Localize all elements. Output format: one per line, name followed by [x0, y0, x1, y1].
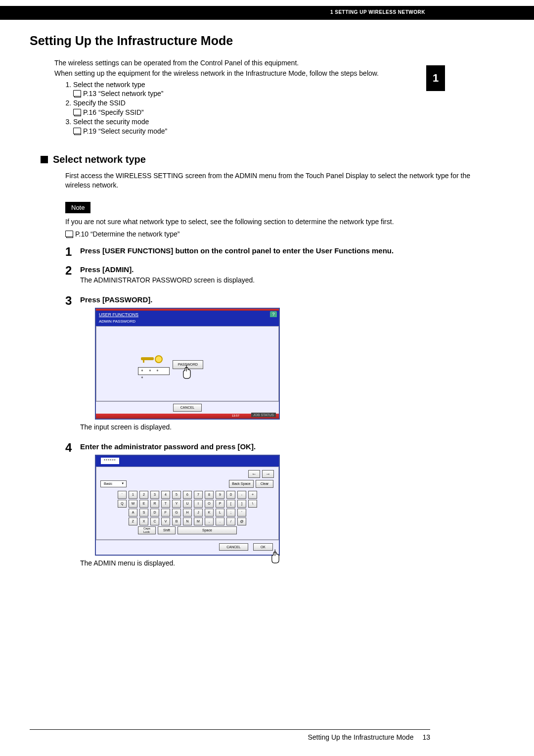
- page-number: 13: [422, 733, 430, 742]
- keyboard-key[interactable]: [: [226, 500, 235, 508]
- keyboard-key[interactable]: 5: [172, 491, 181, 499]
- keyboard-key[interactable]: 9: [216, 491, 224, 499]
- keyboard-key[interactable]: T: [161, 500, 170, 508]
- page-footer: Setting Up the Infrastructure Mode 13: [30, 729, 430, 742]
- figure-password-panel: USER FUNCTIONS? ADMIN PASSWORD ＊ ＊ ＊ ＊ P…: [95, 308, 490, 419]
- tap-cursor-icon: [269, 549, 282, 565]
- figure-keyboard-panel: ****** ← → Basic Back Space: [95, 455, 490, 556]
- step-title: Enter the administrator password and pre…: [80, 442, 490, 452]
- help-icon[interactable]: ?: [270, 311, 277, 317]
- intro-block: The wireless settings can be operated fr…: [54, 58, 490, 136]
- step-number: 2: [65, 265, 80, 288]
- intro-line-1: The wireless settings can be operated fr…: [54, 58, 490, 68]
- intro-line-2: When setting up the equipment for the wi…: [54, 69, 490, 78]
- step-title: Press [ADMIN].: [80, 265, 490, 275]
- step-title: Press [USER FUNCTIONS] button on the con…: [80, 246, 490, 256]
- keyboard-key[interactable]: /: [226, 518, 235, 525]
- step-after: The ADMINISTRATOR PASSWORD screen is dis…: [80, 276, 490, 285]
- keyboard-key[interactable]: Q: [118, 500, 127, 508]
- keyboard-key[interactable]: B: [172, 518, 181, 525]
- note-text: If you are not sure what network type to…: [65, 217, 490, 227]
- keyboard-key[interactable]: G: [172, 509, 181, 517]
- job-status-button[interactable]: JOB STATUS: [251, 413, 276, 417]
- space-key[interactable]: Space: [178, 526, 237, 534]
- keyboard-key[interactable]: `: [118, 491, 127, 499]
- step-number: 3: [65, 295, 80, 435]
- onscreen-keyboard: `1234567890-+ QWERTYUIOP[]\ ASDFGHJKL;' …: [100, 491, 274, 534]
- step-row: 3 Press [PASSWORD]. USER FUNCTIONS? ADMI…: [65, 295, 490, 435]
- keyboard-key[interactable]: X: [139, 518, 148, 525]
- step-after: The ADMIN menu is displayed.: [80, 559, 490, 568]
- keyboard-key[interactable]: K: [205, 509, 214, 517]
- keyboard-key[interactable]: J: [194, 509, 203, 517]
- keyboard-key[interactable]: P: [216, 500, 224, 508]
- keyboard-key[interactable]: M: [194, 518, 203, 525]
- backspace-button[interactable]: Back Space: [229, 480, 254, 488]
- step-row: 1 Press [USER FUNCTIONS] button on the c…: [65, 246, 490, 258]
- keyboard-key[interactable]: C: [150, 518, 159, 525]
- keyboard-key[interactable]: @: [237, 518, 246, 525]
- keyboard-key[interactable]: D: [150, 509, 159, 517]
- password-mask-field[interactable]: ＊ ＊ ＊ ＊: [138, 367, 170, 375]
- book-icon: [73, 128, 81, 134]
- page-title: Setting Up the Infrastructure Mode: [30, 33, 490, 49]
- capslock-key[interactable]: Caps Lock: [138, 526, 156, 534]
- section-heading: Select network type: [41, 153, 490, 166]
- step-after: The input screen is displayed.: [80, 423, 490, 432]
- keyboard-key[interactable]: +: [248, 491, 257, 499]
- keyboard-key[interactable]: S: [139, 509, 148, 517]
- keyboard-key[interactable]: .: [216, 518, 224, 525]
- keyboard-key[interactable]: 1: [129, 491, 137, 499]
- mode-select[interactable]: Basic: [100, 480, 127, 487]
- keyboard-key[interactable]: Z: [129, 518, 137, 525]
- tap-cursor-icon: [180, 364, 193, 380]
- cancel-button[interactable]: CANCEL: [219, 543, 248, 551]
- cancel-button[interactable]: CANCEL: [173, 404, 202, 411]
- section-intro: First access the WIRELESS SETTING screen…: [65, 171, 490, 190]
- step-row: 4 Enter the administrator password and p…: [65, 442, 490, 571]
- keyboard-key[interactable]: 2: [139, 491, 148, 499]
- keyboard-key[interactable]: \: [248, 500, 257, 508]
- shift-key[interactable]: Shift: [158, 526, 176, 534]
- arrow-right-button[interactable]: →: [262, 470, 274, 478]
- keyboard-key[interactable]: E: [139, 500, 148, 508]
- keyboard-key[interactable]: 0: [226, 491, 235, 499]
- panel-subtitle: ADMIN PASSWORD: [96, 319, 279, 327]
- clock-label: 13:57: [232, 414, 239, 418]
- keyboard-key[interactable]: ]: [237, 500, 246, 508]
- clear-button[interactable]: Clear: [256, 480, 273, 488]
- chapter-header: 1 SETTING UP WIRELESS NETWORK: [0, 6, 534, 20]
- key-icon: [141, 354, 162, 364]
- chapter-label: 1 SETTING UP WIRELESS NETWORK: [330, 9, 425, 16]
- keyboard-key[interactable]: H: [183, 509, 192, 517]
- keyboard-key[interactable]: U: [183, 500, 192, 508]
- footer-title: Setting Up the Infrastructure Mode: [308, 733, 413, 742]
- keyboard-key[interactable]: I: [194, 500, 203, 508]
- keyboard-key[interactable]: 7: [194, 491, 203, 499]
- keyboard-key[interactable]: 3: [150, 491, 159, 499]
- panel-title: USER FUNCTIONS: [99, 312, 138, 317]
- keyboard-key[interactable]: N: [183, 518, 192, 525]
- book-icon: [65, 231, 73, 237]
- toc-item: Specify the SSID P.16 “Specify SSID”: [73, 98, 490, 117]
- note-ref: P.10 “Determine the network type”: [65, 230, 490, 239]
- keyboard-key[interactable]: O: [205, 500, 214, 508]
- square-bullet-icon: [41, 156, 48, 163]
- keyboard-key[interactable]: -: [237, 491, 246, 499]
- arrow-left-button[interactable]: ←: [248, 470, 260, 478]
- step-number: 1: [65, 246, 80, 258]
- keyboard-key[interactable]: V: [161, 518, 170, 525]
- step-title: Press [PASSWORD].: [80, 295, 490, 305]
- keyboard-key[interactable]: A: [129, 509, 137, 517]
- keyboard-key[interactable]: Y: [172, 500, 181, 508]
- keyboard-key[interactable]: ': [237, 509, 246, 517]
- keyboard-key[interactable]: W: [129, 500, 137, 508]
- keyboard-key[interactable]: F: [161, 509, 170, 517]
- keyboard-key[interactable]: ,: [205, 518, 214, 525]
- keyboard-key[interactable]: 6: [183, 491, 192, 499]
- keyboard-key[interactable]: ;: [226, 509, 235, 517]
- keyboard-key[interactable]: L: [216, 509, 224, 517]
- keyboard-key[interactable]: 4: [161, 491, 170, 499]
- keyboard-key[interactable]: 8: [205, 491, 214, 499]
- keyboard-key[interactable]: R: [150, 500, 159, 508]
